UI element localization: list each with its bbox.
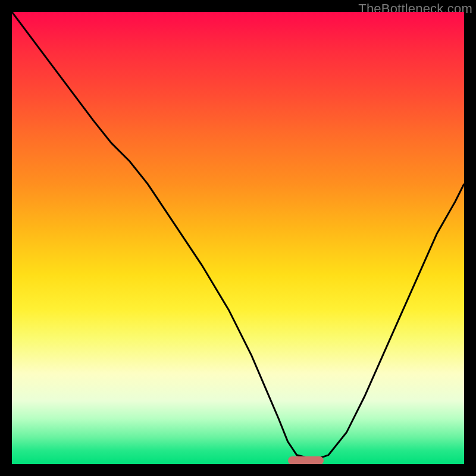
chart-container: TheBottleneck.com	[0, 0, 476, 476]
plot-area	[12, 12, 464, 464]
optimum-marker	[288, 456, 324, 464]
curve-svg	[12, 12, 464, 464]
bottleneck-curve	[12, 12, 464, 459]
